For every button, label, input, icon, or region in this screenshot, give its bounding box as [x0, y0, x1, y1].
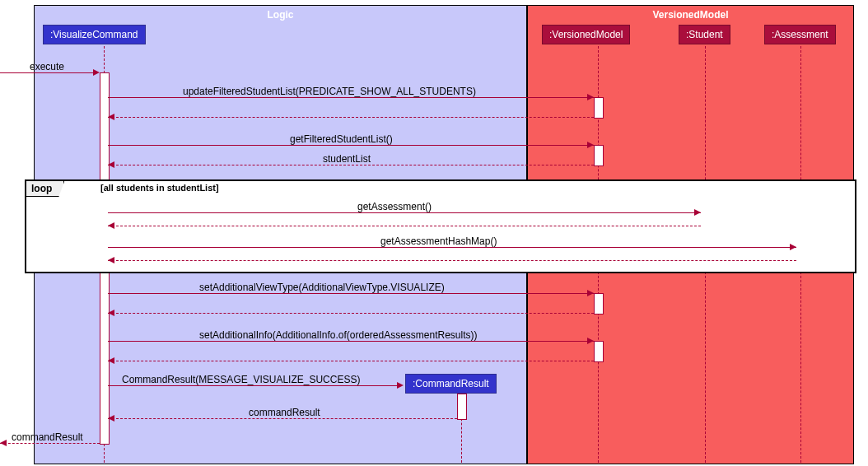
- msg-update-filtered: updateFilteredStudentList(PREDICATE_SHOW…: [183, 86, 476, 97]
- arrow-execute: [0, 72, 95, 73]
- loop-frame: loop [all students in studentList]: [25, 179, 856, 273]
- arrowhead-get-hashmap: [790, 244, 796, 250]
- arrowhead-student-list: [108, 161, 114, 168]
- arrowhead-update-filtered-return: [108, 114, 114, 120]
- arrow-get-filtered: [108, 145, 594, 146]
- arrowhead-set-info: [587, 338, 594, 344]
- loop-tag: loop: [26, 181, 64, 197]
- participant-student: :Student: [679, 25, 730, 44]
- msg-student-list: studentList: [323, 153, 371, 165]
- arrow-set-info: [108, 341, 594, 342]
- group-logic-title: Logic: [35, 9, 526, 21]
- msg-set-info: setAdditionalInfo(AdditionalInfo.of(orde…: [199, 329, 478, 341]
- participant-versioned-model: :VersionedModel: [542, 25, 630, 44]
- arrowhead-set-viewtype: [587, 290, 594, 296]
- group-model-title: VersionedModel: [528, 9, 853, 21]
- arrowhead-update-filtered: [587, 94, 594, 100]
- return-cmdres: [108, 418, 457, 419]
- msg-set-viewtype: setAdditionalViewType(AdditionalViewType…: [199, 282, 445, 293]
- arrow-update-filtered: [108, 97, 594, 98]
- arrowhead-ret-cmdres-out: [0, 440, 7, 446]
- participant-visualize-command: :VisualizeCommand: [43, 25, 146, 44]
- activation-versioned-3: [594, 293, 604, 315]
- msg-get-hashmap: getAssessmentHashMap(): [380, 235, 497, 247]
- arrowhead-get-filtered: [587, 142, 594, 148]
- arrowhead-get-assessment: [694, 209, 701, 216]
- activation-versioned-2: [594, 145, 604, 166]
- arrow-new-cmdres: [108, 385, 399, 386]
- activation-commandresult: [457, 394, 467, 420]
- return-update-filtered: [108, 117, 594, 118]
- msg-new-cmdres: CommandResult(MESSAGE_VISUALIZE_SUCCESS): [122, 374, 360, 385]
- msg-get-filtered: getFilteredStudentList(): [290, 133, 393, 145]
- return-get-hashmap: [108, 260, 796, 261]
- loop-guard: [all students in studentList]: [100, 183, 219, 193]
- arrowhead-get-hashmap-return: [108, 257, 114, 263]
- msg-ret-cmdres: commandResult: [249, 407, 320, 418]
- arrowhead-execute: [93, 69, 100, 76]
- arrowhead-new-cmdres: [397, 382, 404, 389]
- arrowhead-set-viewtype-return: [108, 310, 114, 316]
- return-student-list: [108, 165, 594, 165]
- arrow-set-viewtype: [108, 293, 594, 294]
- msg-get-assessment: getAssessment(): [357, 201, 432, 212]
- msg-ret-cmdres-out: commandResult: [12, 431, 83, 443]
- return-set-viewtype: [108, 313, 594, 314]
- return-set-info: [108, 361, 594, 361]
- arrowhead-ret-cmdres: [108, 415, 114, 422]
- msg-execute: execute: [30, 61, 64, 72]
- arrow-get-hashmap: [108, 247, 796, 248]
- activation-versioned-1: [594, 97, 604, 119]
- participant-command-result: :CommandResult: [405, 374, 497, 394]
- arrowhead-set-info-return: [108, 357, 114, 364]
- arrow-get-assessment: [108, 212, 701, 213]
- return-cmdres-out: [0, 443, 100, 444]
- participant-assessment: :Assessment: [764, 25, 836, 44]
- return-get-assessment: [108, 226, 701, 226]
- activation-versioned-4: [594, 341, 604, 362]
- arrowhead-get-assessment-return: [108, 222, 114, 229]
